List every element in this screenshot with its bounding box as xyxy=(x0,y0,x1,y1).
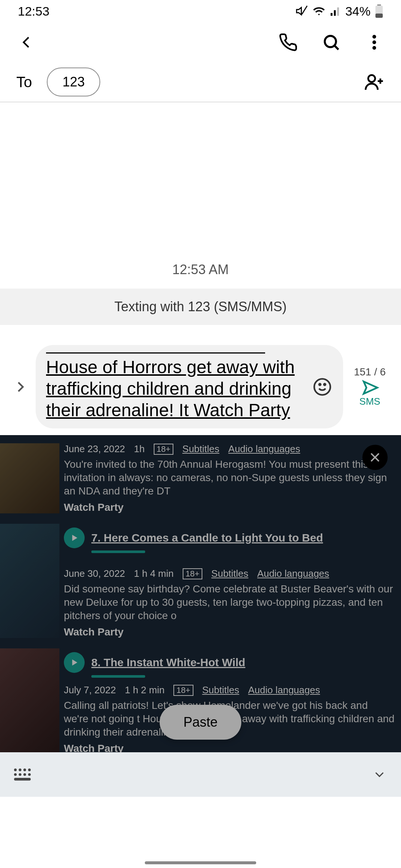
svg-point-9 xyxy=(372,35,376,39)
episode-meta: July 7, 2022 1 h 2 min 18+ Subtitles Aud… xyxy=(64,684,395,696)
svg-point-23 xyxy=(14,769,17,771)
battery-icon xyxy=(375,4,383,18)
audio-languages-link[interactable]: Audio languages xyxy=(228,443,300,455)
svg-point-12 xyxy=(368,75,375,82)
keyboard-toolbar xyxy=(0,752,401,797)
svg-point-7 xyxy=(325,36,336,47)
status-bar: 12:53 34% xyxy=(0,0,401,22)
signal-icon xyxy=(330,6,341,17)
rating-badge: 18+ xyxy=(154,444,173,455)
episode-thumbnail[interactable] xyxy=(0,648,59,752)
svg-rect-31 xyxy=(14,778,31,780)
call-button[interactable] xyxy=(278,32,299,53)
episode-thumbnail[interactable] xyxy=(0,443,59,513)
conversation-timestamp: 12:53 AM xyxy=(0,262,401,277)
status-time: 12:53 xyxy=(18,4,49,19)
recipient-row: To 123 xyxy=(0,62,401,102)
collapse-keyboard-button[interactable] xyxy=(371,769,388,780)
episode-meta: June 23, 2022 1h 18+ Subtitles Audio lan… xyxy=(64,443,395,455)
subtitles-link[interactable]: Subtitles xyxy=(202,684,239,696)
episode-duration: 1 h 4 min xyxy=(134,568,174,579)
recipient-chip[interactable]: 123 xyxy=(47,68,100,96)
progress-bar xyxy=(91,550,145,553)
more-menu-button[interactable] xyxy=(364,32,385,53)
episode-duration: 1h xyxy=(134,443,145,455)
svg-line-0 xyxy=(302,6,307,14)
send-button[interactable]: SMS xyxy=(359,379,380,407)
status-right: 34% xyxy=(296,4,383,19)
back-button[interactable] xyxy=(16,32,37,53)
mute-vibrate-icon xyxy=(296,5,308,17)
episode-item[interactable]: 7. Here Comes a Candle to Light You to B… xyxy=(0,519,401,643)
episode-date: July 7, 2022 xyxy=(64,684,116,696)
progress-bar xyxy=(91,675,145,678)
char-counter: 151 / 6 xyxy=(354,366,386,378)
episode-meta: June 30, 2022 1 h 4 min 18+ Subtitles Au… xyxy=(64,568,395,579)
episode-title[interactable]: 7. Here Comes a Candle to Light You to B… xyxy=(91,532,323,544)
rating-badge: 18+ xyxy=(183,568,202,579)
audio-languages-link[interactable]: Audio languages xyxy=(248,684,320,696)
search-button[interactable] xyxy=(321,32,342,53)
to-label: To xyxy=(16,74,32,91)
wifi-icon xyxy=(313,5,325,17)
svg-point-27 xyxy=(14,773,17,776)
emoji-button[interactable] xyxy=(312,377,333,397)
svg-rect-4 xyxy=(377,4,381,6)
svg-marker-20 xyxy=(72,660,78,666)
send-area: 151 / 6 SMS xyxy=(348,366,392,407)
episode-date: June 23, 2022 xyxy=(64,443,125,455)
svg-rect-2 xyxy=(334,10,336,16)
battery-pct: 34% xyxy=(345,4,371,19)
app-bar xyxy=(0,22,401,62)
svg-point-28 xyxy=(19,773,21,776)
svg-point-17 xyxy=(324,384,325,385)
content-overlay-panel: June 23, 2022 1h 18+ Subtitles Audio lan… xyxy=(0,435,401,752)
play-button[interactable] xyxy=(64,652,85,673)
episode-thumbnail[interactable] xyxy=(0,524,59,638)
subtitles-link[interactable]: Subtitles xyxy=(211,568,248,579)
conversation-area: 12:53 AM Texting with 123 (SMS/MMS) xyxy=(0,262,401,325)
svg-point-11 xyxy=(372,46,376,50)
close-overlay-button[interactable] xyxy=(362,445,388,470)
svg-point-25 xyxy=(23,769,26,771)
episode-item[interactable]: June 23, 2022 1h 18+ Subtitles Audio lan… xyxy=(0,435,401,519)
svg-point-30 xyxy=(28,773,31,776)
expand-attachments-button[interactable] xyxy=(9,378,31,396)
episode-date: June 30, 2022 xyxy=(64,568,125,579)
show-keyboard-button[interactable] xyxy=(13,767,33,782)
compose-input[interactable]: House of Horrors get away with trafficki… xyxy=(36,345,343,428)
paste-button[interactable]: Paste xyxy=(160,705,241,740)
episode-duration: 1 h 2 min xyxy=(125,684,164,696)
svg-point-24 xyxy=(19,769,21,771)
svg-rect-1 xyxy=(330,13,332,16)
episode-title[interactable]: 8. The Instant White-Hot Wild xyxy=(91,656,245,669)
svg-point-26 xyxy=(28,769,31,771)
compose-text[interactable]: House of Horrors get away with trafficki… xyxy=(46,356,304,421)
play-button[interactable] xyxy=(64,527,85,548)
send-label: SMS xyxy=(359,396,380,407)
watch-party-button[interactable]: Watch Party xyxy=(64,626,395,638)
add-recipient-button[interactable] xyxy=(364,72,385,92)
compose-row: House of Horrors get away with trafficki… xyxy=(0,338,401,435)
svg-marker-18 xyxy=(364,382,378,394)
svg-point-29 xyxy=(23,773,26,776)
svg-rect-6 xyxy=(375,14,383,18)
svg-point-10 xyxy=(372,40,376,44)
episode-description: Did someone say birthday? Come celebrate… xyxy=(64,582,395,622)
watch-party-button[interactable]: Watch Party xyxy=(64,502,395,513)
subtitles-link[interactable]: Subtitles xyxy=(182,443,219,455)
audio-languages-link[interactable]: Audio languages xyxy=(257,568,329,579)
svg-point-16 xyxy=(319,384,320,385)
svg-line-8 xyxy=(335,46,339,50)
svg-rect-3 xyxy=(337,7,339,16)
gesture-nav-handle[interactable] xyxy=(145,861,256,864)
svg-point-15 xyxy=(314,379,330,395)
watch-party-button[interactable]: Watch Party xyxy=(64,743,395,752)
svg-marker-19 xyxy=(72,535,78,541)
rating-badge: 18+ xyxy=(173,685,193,696)
sms-info-banner: Texting with 123 (SMS/MMS) xyxy=(0,289,401,325)
episode-description: You're invited to the 70th Annual Heroga… xyxy=(64,458,395,498)
